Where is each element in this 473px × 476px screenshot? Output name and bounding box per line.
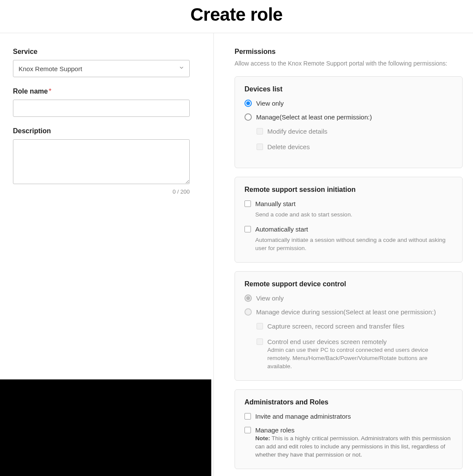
device-control-card: Remote support device control View only … [235,271,463,381]
control-remotely-desc: Admin can use their PC to control connec… [267,346,453,371]
session-initiation-title: Remote support session initiation [244,186,453,194]
checkbox-icon [244,226,251,232]
radio-icon [244,308,252,316]
control-remotely-checkbox: Control end user devices screen remotely [257,338,453,346]
service-label: Service [13,48,190,56]
checkbox-icon [244,427,251,433]
control-remotely-label: Control end user devices screen remotely [267,338,387,346]
devices-manage-label: Manage(Select at least one permission:) [256,113,372,122]
manually-start-checkbox[interactable]: Manually start [244,200,453,208]
permissions-subtext: Allow access to the Knox Remote Support … [235,60,463,67]
manage-roles-label: Manage roles [255,426,294,435]
manually-start-desc: Send a code and ask to start session. [255,211,453,219]
devices-list-card: Devices list View only Manage(Select at … [235,76,463,168]
checkbox-icon [257,144,263,150]
checkbox-icon [244,413,251,420]
permissions-heading: Permissions [235,48,463,56]
note-label: Note: [255,435,270,442]
checkbox-icon [257,323,263,329]
session-initiation-card: Remote support session initiation Manual… [235,177,463,263]
control-manage-suboptions: Capture screen, record screen and transf… [257,322,453,371]
devices-view-only-label: View only [256,99,284,108]
manage-roles-note: Note: This is a highly critical permissi… [255,435,453,459]
devices-manage-suboptions: Modify device details Delete devices [257,127,453,152]
control-view-only-radio: View only [244,294,453,303]
automatically-start-checkbox[interactable]: Automatically start [244,225,453,234]
role-name-label: Role name* [13,88,190,95]
radio-icon [244,294,252,302]
modify-device-details-checkbox[interactable]: Modify device details [257,127,453,136]
note-body: This is a highly critical permission. Ad… [255,435,451,458]
admins-roles-title: Administrators and Roles [244,398,453,406]
required-star: * [49,88,51,95]
description-textarea[interactable] [13,139,190,184]
service-select-value[interactable]: Knox Remote Support [13,60,190,77]
invite-admins-checkbox[interactable]: Invite and manage administrators [244,412,453,421]
manage-roles-checkbox[interactable]: Manage roles [244,426,453,435]
radio-icon [244,113,252,121]
devices-list-title: Devices list [244,85,453,93]
devices-view-only-radio[interactable]: View only [244,99,453,108]
role-name-label-text: Role name [13,88,48,95]
devices-manage-radio[interactable]: Manage(Select at least one permission:) [244,113,453,122]
delete-devices-label: Delete devices [267,143,310,151]
manually-start-label: Manually start [255,200,295,208]
checkbox-icon [257,128,263,135]
invite-admins-label: Invite and manage administrators [255,412,351,421]
capture-screen-label: Capture screen, record screen and transf… [267,322,404,331]
description-label: Description [13,127,190,135]
automatically-start-desc: Automatically initiate a session without… [255,236,453,253]
service-select[interactable]: Knox Remote Support [13,60,190,77]
page-title: Create role [0,0,473,33]
role-name-input[interactable] [13,100,190,117]
automatically-start-label: Automatically start [255,225,308,234]
control-manage-radio: Manage device during session(Select at l… [244,308,453,316]
description-char-count: 0 / 200 [13,188,190,195]
control-manage-label: Manage device during session(Select at l… [256,308,436,316]
radio-icon [244,100,252,107]
control-view-only-label: View only [256,294,284,303]
admins-roles-card: Administrators and Roles Invite and mana… [235,389,463,469]
right-column: Permissions Allow access to the Knox Rem… [214,33,473,476]
device-control-title: Remote support device control [244,280,453,288]
checkbox-icon [257,338,263,345]
modify-device-details-label: Modify device details [267,127,327,136]
checkbox-icon [244,200,251,207]
capture-screen-checkbox: Capture screen, record screen and transf… [257,322,453,331]
black-overlay [0,379,211,476]
delete-devices-checkbox[interactable]: Delete devices [257,143,453,151]
